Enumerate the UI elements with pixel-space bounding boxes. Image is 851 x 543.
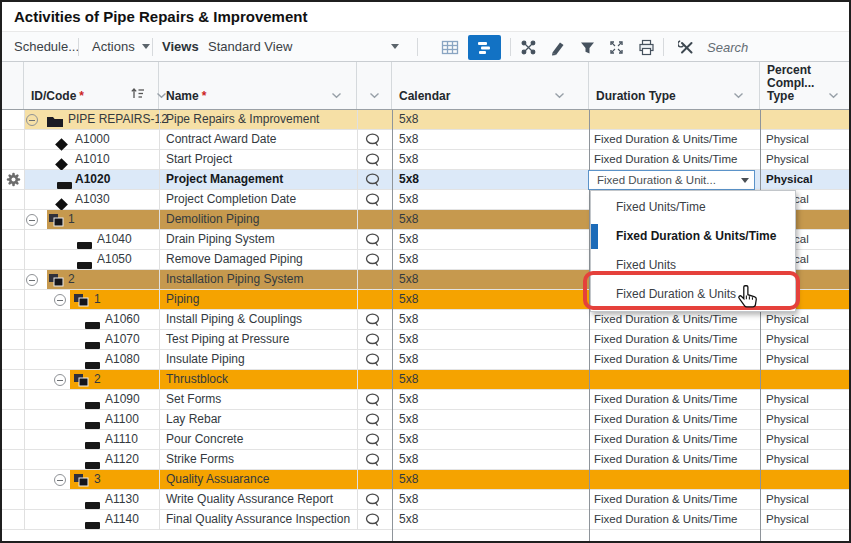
table-row-activity[interactable]: A1110Pour Concrete5x8Fixed Duration & Un… xyxy=(2,430,849,450)
table-row-wbs[interactable]: 2Thrustblock5x8 xyxy=(2,370,849,390)
collapse-toggle-icon[interactable] xyxy=(26,114,38,126)
dropdown-item[interactable]: Fixed Duration & Units/Time xyxy=(591,222,795,251)
cell-percent-complete-type: Physical xyxy=(766,310,809,329)
table-row-activity[interactable]: A1130Write Quality Assurance Report5x8Fi… xyxy=(2,490,849,510)
column-menu-chevron-icon[interactable] xyxy=(733,88,744,102)
table-row-activity[interactable]: A1120Strike Forms5x8Fixed Duration & Uni… xyxy=(2,450,849,470)
column-label: Calendar xyxy=(399,89,450,103)
grid-view-button[interactable] xyxy=(435,35,465,60)
gantt-view-button[interactable] xyxy=(468,35,501,60)
cell-duration-type: Fixed Duration & Units/Time xyxy=(594,130,737,149)
task-icon xyxy=(85,410,100,423)
table-row-activity[interactable]: A1140Final Quality Assurance Inspection5… xyxy=(2,510,849,530)
cell-name: Project Completion Date xyxy=(166,190,296,209)
row-settings-gear-icon[interactable] xyxy=(6,172,21,191)
cell-calendar: 5x8 xyxy=(399,450,418,469)
progress-pen-button[interactable] xyxy=(543,35,573,60)
column-menu-chevron-icon[interactable] xyxy=(554,88,565,102)
cell-calendar: 5x8 xyxy=(399,470,418,489)
collapse-toggle-icon[interactable] xyxy=(26,214,38,226)
table-row-activity[interactable]: A1010Start Project5x8Fixed Duration & Un… xyxy=(2,150,849,170)
column-header-id-code[interactable]: ID/Code * xyxy=(24,62,159,109)
cell-percent-complete-type: Physical xyxy=(766,330,809,349)
notebook-comment-icon[interactable] xyxy=(365,393,381,411)
notebook-comment-icon[interactable] xyxy=(365,153,381,171)
customize-tools-button[interactable] xyxy=(671,35,701,60)
notebook-comment-icon[interactable] xyxy=(365,333,381,351)
table-row-activity[interactable]: A1100Lay Rebar5x8Fixed Duration & Units/… xyxy=(2,410,849,430)
cell-calendar: 5x8 xyxy=(399,350,418,369)
column-header-calendar[interactable]: Calendar xyxy=(392,62,589,109)
column-header-notebook[interactable] xyxy=(357,62,392,109)
notebook-comment-icon[interactable] xyxy=(365,313,381,331)
notebook-comment-icon[interactable] xyxy=(365,413,381,431)
collapse-toggle-icon[interactable] xyxy=(54,474,66,486)
cell-name: Pour Concrete xyxy=(166,430,243,449)
table-row-activity[interactable]: A1000Contract Award Date5x8Fixed Duratio… xyxy=(2,130,849,150)
filter-button[interactable] xyxy=(572,35,602,60)
cell-duration-type: Fixed Duration & Units/Time xyxy=(594,150,737,169)
table-row-activity[interactable]: A1060Install Piping & Couplings5x8Fixed … xyxy=(2,310,849,330)
cell-id-code: 2 xyxy=(68,270,75,289)
cell-percent-complete-type: Physical xyxy=(766,150,809,169)
notebook-comment-icon[interactable] xyxy=(365,453,381,471)
customize-tools-icon xyxy=(678,39,695,56)
cell-calendar: 5x8 xyxy=(399,270,418,289)
search-input[interactable] xyxy=(707,35,842,60)
notebook-comment-icon[interactable] xyxy=(365,253,381,271)
toolbar-separator xyxy=(152,38,153,56)
cell-id-code: A1050 xyxy=(97,250,132,269)
view-selector[interactable]: Standard View xyxy=(208,32,292,61)
column-header-percent-complete-type[interactable]: Percent Compl... Type xyxy=(760,62,849,109)
sort-ascending-icon[interactable] xyxy=(130,87,145,102)
notebook-comment-icon[interactable] xyxy=(365,433,381,451)
cell-percent-complete-type: Physical xyxy=(766,410,809,429)
cell-id-code: 1 xyxy=(68,210,75,229)
cell-name: Set Forms xyxy=(166,390,221,409)
expand-button[interactable] xyxy=(601,35,631,60)
notebook-comment-icon[interactable] xyxy=(365,513,381,531)
notebook-comment-icon[interactable] xyxy=(365,133,381,151)
column-menu-chevron-icon[interactable] xyxy=(369,88,380,102)
table-row-wbs[interactable]: 3Quality Assuarance5x8 xyxy=(2,470,849,490)
column-menu-chevron-icon[interactable] xyxy=(828,88,839,102)
collapse-toggle-icon[interactable] xyxy=(54,294,66,306)
dropdown-item[interactable]: Fixed Units/Time xyxy=(591,193,795,222)
cell-id-code: A1000 xyxy=(75,130,110,149)
required-asterisk: * xyxy=(79,89,84,103)
progress-pen-icon xyxy=(549,39,567,57)
view-selector-dropdown[interactable] xyxy=(384,32,399,61)
column-header-name[interactable]: Name * xyxy=(159,62,357,109)
table-row-activity[interactable]: A1070Test Piping at Pressure5x8Fixed Dur… xyxy=(2,330,849,350)
milestone-icon xyxy=(57,190,66,204)
collapse-toggle-icon[interactable] xyxy=(26,274,38,286)
wbs-icon xyxy=(48,273,64,291)
notebook-comment-icon[interactable] xyxy=(365,353,381,371)
cell-id-code: A1090 xyxy=(105,390,140,409)
duration-type-combobox[interactable]: Fixed Duration & Unit... xyxy=(588,170,755,190)
notebook-comment-icon[interactable] xyxy=(365,193,381,211)
table-row-activity[interactable]: A1090Set Forms5x8Fixed Duration & Units/… xyxy=(2,390,849,410)
combobox-value: Fixed Duration & Unit... xyxy=(589,174,736,186)
table-row-project[interactable]: PIPE REPAIRS-12Pipe Repairs & Improvemen… xyxy=(2,110,849,130)
cell-duration-type: Fixed Duration & Units/Time xyxy=(594,490,737,509)
actions-menu[interactable]: Actions xyxy=(92,32,150,61)
filter-icon xyxy=(579,40,596,56)
collapse-toggle-icon[interactable] xyxy=(54,374,66,386)
print-button[interactable] xyxy=(631,35,661,60)
title-bar: Activities of Pipe Repairs & Improvement xyxy=(2,2,849,31)
activity-network-button[interactable] xyxy=(513,35,543,60)
views-menu[interactable]: Views xyxy=(162,32,199,61)
notebook-comment-icon[interactable] xyxy=(365,233,381,251)
task-icon xyxy=(85,450,100,463)
toolbar-separator xyxy=(78,38,79,56)
notebook-comment-icon[interactable] xyxy=(365,493,381,511)
column-header-duration-type[interactable]: Duration Type xyxy=(589,62,760,109)
search-field[interactable] xyxy=(707,35,842,60)
column-menu-chevron-icon[interactable] xyxy=(331,88,342,102)
notebook-comment-icon[interactable] xyxy=(365,173,381,191)
schedule-button[interactable]: Schedule... xyxy=(14,32,79,61)
combobox-dropdown-button[interactable] xyxy=(736,178,754,183)
task-icon xyxy=(85,430,100,443)
table-row-activity[interactable]: A1080Insulate Piping5x8Fixed Duration & … xyxy=(2,350,849,370)
